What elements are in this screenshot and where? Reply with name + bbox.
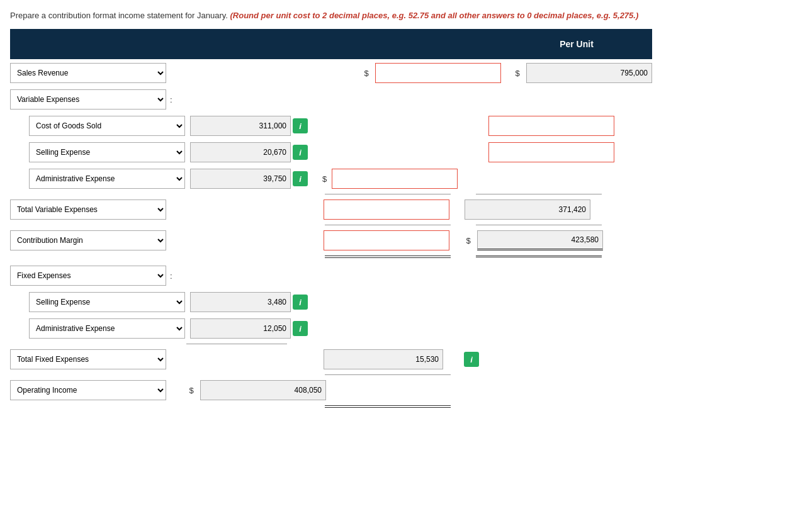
cogs-info-col[interactable]: i xyxy=(291,118,310,133)
selling-var-sub-col[interactable] xyxy=(190,142,291,162)
admin-var-sub-col[interactable] xyxy=(190,169,291,189)
cogs-sub-input[interactable] xyxy=(190,116,291,136)
total-fixed-expenses-row: Total Fixed Expenses i xyxy=(10,348,652,371)
total-var-dropdown-col[interactable]: Total Variable Expenses xyxy=(10,199,166,220)
variable-expenses-dropdown-col[interactable]: Variable Expenses xyxy=(10,89,166,110)
sales-revenue-right-col[interactable] xyxy=(526,63,652,83)
admin-expense-fixed-row: Administrative Expense i xyxy=(10,317,652,340)
admin-var-dropdown-col[interactable]: Administrative Expense xyxy=(29,169,185,189)
sales-revenue-dropdown-col[interactable]: Sales Revenue xyxy=(10,63,166,83)
op-income-dollar: $ xyxy=(185,386,198,395)
selling-var-right-input[interactable] xyxy=(488,142,614,162)
admin-var-right-input[interactable] xyxy=(332,169,458,189)
selling-fixed-info-btn[interactable]: i xyxy=(293,295,308,310)
op-income-mid-col[interactable] xyxy=(200,380,326,400)
admin-fixed-sub-input[interactable] xyxy=(190,318,291,339)
admin-fixed-info-col[interactable]: i xyxy=(291,321,310,336)
per-unit-header: Per Unit xyxy=(514,39,640,49)
op-income-underline-row xyxy=(10,374,652,375)
op-income-mid-input[interactable] xyxy=(200,380,326,400)
cm-select[interactable]: Contribution Margin xyxy=(10,230,166,250)
selling-var-info-btn[interactable]: i xyxy=(293,145,308,160)
fixed-expenses-colon: : xyxy=(170,271,172,281)
total-fixed-mid-col[interactable] xyxy=(324,349,462,369)
selling-var-select[interactable]: Selling Expense xyxy=(29,142,185,162)
total-var-right-col[interactable] xyxy=(465,199,590,220)
total-var-mid-input[interactable] xyxy=(324,199,449,220)
admin-fixed-dropdown-col[interactable]: Administrative Expense xyxy=(29,318,185,339)
operating-income-row: Operating Income $ xyxy=(10,379,652,402)
cogs-dropdown-col[interactable]: Cost of Goods Sold xyxy=(29,116,185,136)
sales-revenue-mid-col[interactable] xyxy=(375,63,501,83)
cogs-right-col[interactable] xyxy=(488,116,614,136)
op-income-select[interactable]: Operating Income xyxy=(10,380,166,400)
admin-var-info-btn[interactable]: i xyxy=(293,171,308,186)
final-underline-row xyxy=(10,405,652,408)
fixed-expenses-select[interactable]: Fixed Expenses xyxy=(10,266,166,286)
total-fixed-info-col[interactable]: i xyxy=(462,352,481,367)
selling-fixed-info-col[interactable]: i xyxy=(291,295,310,310)
admin-expense-var-row: Administrative Expense i $ xyxy=(10,167,652,190)
fixed-expenses-row: Fixed Expenses : xyxy=(10,264,652,287)
cm-double-underline-row xyxy=(10,256,652,258)
admin-var-right-col[interactable] xyxy=(332,169,458,189)
total-fixed-underline-row xyxy=(10,344,652,344)
admin-fixed-select[interactable]: Administrative Expense xyxy=(29,318,185,339)
admin-var-sub-input[interactable] xyxy=(190,169,291,189)
sales-revenue-row: Sales Revenue $ $ xyxy=(10,62,652,84)
sales-revenue-right-dollar: $ xyxy=(511,69,524,78)
selling-var-sub-input[interactable] xyxy=(190,142,291,162)
total-var-mid-col[interactable] xyxy=(324,199,449,220)
table-header: Per Unit xyxy=(10,29,652,59)
cm-mid-col[interactable] xyxy=(324,230,449,250)
selling-fixed-sub-input[interactable] xyxy=(190,292,291,312)
admin-var-select[interactable]: Administrative Expense xyxy=(29,169,185,189)
admin-var-dollar: $ xyxy=(322,174,327,184)
total-fixed-mid-input[interactable] xyxy=(324,349,443,369)
selling-fixed-sub-col[interactable] xyxy=(190,292,291,312)
sales-revenue-right-input[interactable] xyxy=(526,63,652,83)
selling-var-right-col[interactable] xyxy=(488,142,614,162)
selling-fixed-select[interactable]: Selling Expense xyxy=(29,292,185,312)
total-fixed-dropdown-col[interactable]: Total Fixed Expenses xyxy=(10,349,166,369)
total-fixed-info-btn[interactable]: i xyxy=(464,352,479,367)
cm-dollar: $ xyxy=(462,236,475,245)
total-fixed-select[interactable]: Total Fixed Expenses xyxy=(10,349,166,369)
total-var-select[interactable]: Total Variable Expenses xyxy=(10,199,166,220)
sales-revenue-mid-input[interactable] xyxy=(375,63,501,83)
selling-var-dropdown-col[interactable]: Selling Expense xyxy=(29,142,185,162)
cm-right-col[interactable] xyxy=(477,230,603,250)
op-income-dropdown-col[interactable]: Operating Income xyxy=(10,380,166,400)
total-var-underline-row xyxy=(10,194,652,194)
variable-expenses-colon: : xyxy=(170,95,172,104)
cogs-right-input[interactable] xyxy=(488,116,614,136)
fixed-expenses-dropdown-col[interactable]: Fixed Expenses xyxy=(10,266,166,286)
selling-expense-fixed-row: Selling Expense i xyxy=(10,291,652,313)
cogs-info-btn[interactable]: i xyxy=(293,118,308,133)
admin-var-info-col[interactable]: i xyxy=(291,171,310,186)
total-variable-expenses-row: Total Variable Expenses xyxy=(10,198,652,221)
admin-fixed-info-btn[interactable]: i xyxy=(293,321,308,336)
instruction-text: Prepare a contribution format income sta… xyxy=(10,10,802,21)
selling-fixed-dropdown-col[interactable]: Selling Expense xyxy=(29,292,185,312)
cogs-sub-col[interactable] xyxy=(190,116,291,136)
cogs-row: Cost of Goods Sold i xyxy=(10,115,652,137)
sales-revenue-select[interactable]: Sales Revenue xyxy=(10,63,166,83)
income-statement-table: Per Unit Sales Revenue $ $ Variable Expe… xyxy=(10,29,652,408)
admin-fixed-sub-col[interactable] xyxy=(190,318,291,339)
cogs-select[interactable]: Cost of Goods Sold xyxy=(29,116,185,136)
sales-revenue-dollar: $ xyxy=(360,69,373,78)
variable-expenses-row: Variable Expenses : xyxy=(10,88,652,111)
cm-dropdown-col[interactable]: Contribution Margin xyxy=(10,230,166,250)
total-var-right-input[interactable] xyxy=(465,199,590,220)
selling-expense-var-row: Selling Expense i xyxy=(10,141,652,164)
contribution-margin-row: Contribution Margin $ xyxy=(10,229,652,252)
selling-var-info-col[interactable]: i xyxy=(291,145,310,160)
cm-underline-row xyxy=(10,225,652,225)
variable-expenses-select[interactable]: Variable Expenses xyxy=(10,89,166,110)
cm-right-input[interactable] xyxy=(477,230,603,250)
cm-mid-input[interactable] xyxy=(324,230,449,250)
